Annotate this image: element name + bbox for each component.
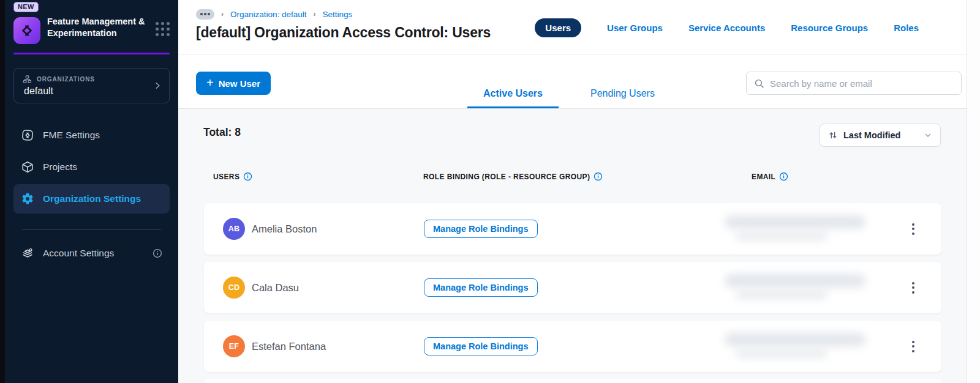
breadcrumb-separator: › [314, 10, 316, 18]
next-row-partial [204, 379, 941, 383]
chevron-right-icon [153, 81, 162, 90]
tab-active-users[interactable]: Active Users [467, 88, 559, 108]
sidebar-item-label: FME Settings [43, 130, 100, 141]
desktop-edge-strip [0, 0, 5, 383]
org-hierarchy-icon [23, 75, 32, 84]
row-menu-kebab-icon[interactable] [904, 203, 922, 255]
users-info-icon[interactable] [243, 172, 252, 181]
account-settings-layers-icon [21, 247, 34, 260]
toolbar: + New User Active Users Pending Users [178, 55, 967, 109]
redacted-email [725, 213, 872, 245]
users-list-panel: Total: 8 Last Modified USERS [178, 109, 967, 383]
sort-selected-value: Last Modified [843, 130, 900, 140]
app-screen: NEW Feature Management & Experimentation [0, 0, 980, 383]
gear-icon [21, 192, 34, 206]
breadcrumb-link-organization[interactable]: Organization: default [230, 10, 307, 19]
tab-pending-users[interactable]: Pending Users [575, 88, 671, 108]
organization-selector[interactable]: ORGANIZATIONS default [13, 68, 170, 103]
accent-divider [13, 53, 170, 54]
right-gutter [967, 0, 980, 383]
sidebar-header: NEW Feature Management & Experimentation [5, 0, 178, 53]
table-header-row: USERS ROLE BINDING (ROLE - RESOURCE GROU… [178, 172, 967, 182]
manage-role-bindings-button[interactable]: Manage Role Bindings [424, 220, 538, 238]
row-menu-kebab-icon[interactable] [904, 321, 922, 372]
email-info-icon[interactable] [779, 172, 788, 181]
product-logo-icon[interactable] [13, 17, 40, 44]
table-row: CD Cala Dasu Manage Role Bindings [204, 262, 941, 313]
account-info-icon[interactable] [153, 248, 162, 258]
manage-role-bindings-button[interactable]: Manage Role Bindings [424, 278, 538, 297]
avatar: CD [223, 277, 245, 299]
table-row: EF Estefan Fontana Manage Role Bindings [204, 321, 941, 372]
app-switcher-grid-icon[interactable] [156, 22, 170, 36]
product-title: Feature Management & Experimentation [47, 16, 145, 39]
sidebar-item-label: Projects [43, 162, 77, 173]
column-header-users: USERS [213, 173, 239, 181]
org-selector-value: default [24, 86, 162, 97]
redacted-email [725, 272, 872, 303]
sidebar-item-label: Organization Settings [43, 193, 141, 204]
breadcrumb-link-settings[interactable]: Settings [323, 10, 353, 19]
access-control-tabs: Users User Groups Service Accounts Resou… [535, 18, 919, 37]
user-name: Amelia Boston [252, 203, 317, 255]
avatar: AB [223, 218, 245, 240]
sidebar-item-projects[interactable]: Projects [13, 152, 170, 182]
sort-dropdown[interactable]: Last Modified [820, 124, 941, 147]
tab-resource-groups[interactable]: Resource Groups [791, 23, 868, 33]
new-user-button[interactable]: + New User [196, 72, 271, 95]
row-menu-kebab-icon[interactable] [904, 262, 922, 313]
sidebar-nav: FME Settings Projects Organization Setti… [5, 121, 178, 270]
sort-arrows-icon [828, 130, 838, 140]
projects-cube-icon [21, 160, 34, 174]
sidebar-item-account-settings[interactable]: Account Settings [13, 239, 170, 268]
page-header: › Organization: default › Settings [defa… [178, 0, 967, 55]
search-input[interactable] [770, 78, 955, 89]
fme-settings-icon [21, 128, 34, 142]
redacted-email [725, 330, 872, 362]
breadcrumb-separator: › [221, 10, 224, 18]
avatar: EF [223, 335, 245, 357]
sidebar-divider [22, 229, 161, 230]
column-header-role-binding: ROLE BINDING (ROLE - RESOURCE GROUP) [423, 173, 590, 181]
sidebar: NEW Feature Management & Experimentation [5, 0, 178, 383]
breadcrumb-ellipsis-button[interactable] [196, 9, 214, 20]
manage-role-bindings-button[interactable]: Manage Role Bindings [424, 337, 538, 355]
sidebar-item-organization-settings[interactable]: Organization Settings [13, 184, 170, 214]
main-panel: › Organization: default › Settings [defa… [178, 0, 967, 383]
search-box [746, 72, 962, 95]
chevron-down-icon [924, 131, 932, 139]
tab-service-accounts[interactable]: Service Accounts [688, 23, 765, 33]
org-selector-label: ORGANIZATIONS [37, 76, 95, 83]
user-name: Cala Dasu [252, 262, 299, 313]
new-badge: NEW [13, 2, 39, 12]
plus-icon: + [206, 76, 214, 89]
search-icon [754, 78, 764, 89]
sidebar-item-fme-settings[interactable]: FME Settings [13, 121, 170, 150]
tab-user-groups[interactable]: User Groups [607, 23, 663, 33]
sidebar-item-label: Account Settings [43, 248, 114, 259]
role-binding-info-icon[interactable] [594, 172, 603, 181]
user-state-tabs: Active Users Pending Users [467, 88, 671, 108]
user-name: Estefan Fontana [252, 321, 326, 372]
tab-users[interactable]: Users [535, 18, 581, 37]
tab-roles[interactable]: Roles [894, 23, 919, 33]
table-row: AB Amelia Boston Manage Role Bindings [204, 203, 941, 255]
column-header-email: EMAIL [752, 173, 775, 181]
total-count: Total: 8 [203, 126, 241, 139]
